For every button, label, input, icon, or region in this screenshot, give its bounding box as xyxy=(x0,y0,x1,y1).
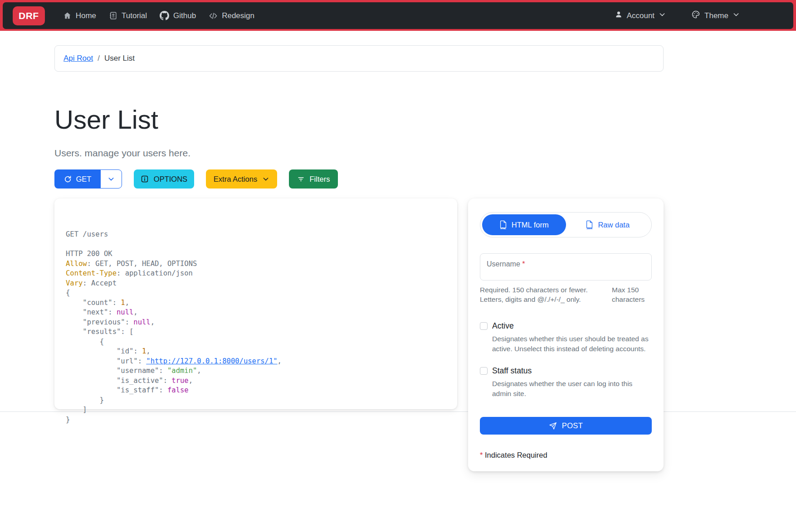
required-asterisk: * xyxy=(522,260,525,268)
form-tabs: HTML HTML form JSON Raw data xyxy=(480,212,652,237)
navbar: DRF Home Tutorial Github xyxy=(0,0,796,31)
code-token: "is_staff": xyxy=(66,386,167,394)
code-token: false xyxy=(167,386,189,394)
code-line: "results": [ xyxy=(66,327,446,337)
nav-item-github[interactable]: Github xyxy=(160,11,196,20)
chevron-down-icon xyxy=(262,175,269,183)
html-file-icon: HTML xyxy=(499,220,507,230)
code-token: "is_active": xyxy=(66,377,171,385)
code-token: "count": xyxy=(66,299,121,307)
code-token: : Accept xyxy=(83,279,117,287)
get-split-button: GET xyxy=(54,169,122,189)
code-line: { xyxy=(66,288,446,298)
breadcrumb-separator: / xyxy=(98,54,100,63)
code-line: "username": "admin", xyxy=(66,366,446,376)
breadcrumb-current: User List xyxy=(104,54,135,63)
code-token: , xyxy=(189,377,193,385)
code-token: Content-Type xyxy=(66,269,117,277)
nav-item-label: Github xyxy=(173,11,196,20)
active-help-text: Designates whether this user should be t… xyxy=(492,334,652,353)
code-line: } xyxy=(66,396,446,406)
filters-button[interactable]: Filters xyxy=(289,169,338,189)
code-line: ] xyxy=(66,405,446,415)
code-line: { xyxy=(66,337,446,347)
username-input[interactable]: Username * xyxy=(480,253,652,281)
tab-html-form[interactable]: HTML HTML form xyxy=(482,214,566,235)
code-line: Vary: Accept xyxy=(66,279,446,289)
code-token: 1 xyxy=(121,299,125,307)
staff-status-label: Staff status xyxy=(492,366,532,376)
code-token: , xyxy=(125,299,129,307)
theme-label: Theme xyxy=(704,11,728,20)
code-token: "username": xyxy=(66,367,167,375)
username-label: Username * xyxy=(487,260,525,268)
content-row: GET /users HTTP 200 OKAllow: GET, POST, … xyxy=(54,198,796,471)
post-button-label: POST xyxy=(562,421,583,430)
json-file-icon: JSON xyxy=(586,220,593,230)
options-button-label: OPTIONS xyxy=(154,175,187,184)
svg-text:JSON: JSON xyxy=(587,227,592,230)
staff-status-field: Staff status Designates whether the user… xyxy=(480,366,652,398)
chevron-down-icon xyxy=(733,11,740,20)
tab-html-form-label: HTML form xyxy=(512,221,549,229)
github-icon xyxy=(160,11,169,20)
code-line: Allow: GET, POST, HEAD, OPTIONS xyxy=(66,259,446,269)
svg-text:HTML: HTML xyxy=(500,227,506,230)
code-line: HTTP 200 OK xyxy=(66,249,446,259)
toolbar: GET OPTIONS Extra Actions Filters xyxy=(54,169,796,189)
nav-item-tutorial[interactable]: Tutorial xyxy=(109,11,147,20)
nav-item-home[interactable]: Home xyxy=(63,11,96,20)
code-line: "previous": null, xyxy=(66,318,446,328)
post-button[interactable]: POST xyxy=(480,417,652,435)
code-token: true xyxy=(171,377,188,385)
code-line: Content-Type: application/json xyxy=(66,269,446,279)
active-field: Active Designates whether this user shou… xyxy=(480,321,652,353)
staff-status-help-text: Designates whether the user can log into… xyxy=(492,379,652,398)
code-token: , xyxy=(278,357,282,365)
nav-item-label: Tutorial xyxy=(122,11,147,20)
code-line: } xyxy=(66,415,446,425)
info-square-icon xyxy=(141,175,149,183)
account-label: Account xyxy=(627,11,654,20)
get-button[interactable]: GET xyxy=(54,169,101,189)
staff-status-checkbox[interactable] xyxy=(480,367,488,375)
code-token: { xyxy=(66,289,70,297)
code-line: "is_staff": false xyxy=(66,386,446,396)
breadcrumb-api-root-link[interactable]: Api Root xyxy=(63,54,93,63)
username-help-text: Required. 150 characters or fewer. Lette… xyxy=(480,285,608,304)
form-panel: HTML HTML form JSON Raw data Username * … xyxy=(468,198,664,471)
page-subtitle: Users. manage your users here. xyxy=(54,148,796,159)
chevron-down-icon xyxy=(659,11,666,20)
code-line: "id": 1, xyxy=(66,347,446,357)
extra-actions-button[interactable]: Extra Actions xyxy=(206,169,277,189)
breadcrumb: Api Root / User List xyxy=(54,45,664,72)
tab-raw-data[interactable]: JSON Raw data xyxy=(566,214,650,235)
code-line: GET /users xyxy=(66,230,446,240)
code-token: { xyxy=(66,338,104,346)
theme-menu[interactable]: Theme xyxy=(691,10,740,21)
code-token: } xyxy=(66,416,70,424)
navbar-inner: DRF Home Tutorial Github xyxy=(3,2,793,29)
code-token: : application/json xyxy=(117,269,193,277)
code-token: "previous": xyxy=(66,318,133,326)
palette-icon xyxy=(691,10,700,21)
response-panel: GET /users HTTP 200 OKAllow: GET, POST, … xyxy=(54,198,457,409)
page-title: User List xyxy=(54,105,796,134)
nav-item-redesign[interactable]: Redesign xyxy=(209,11,254,20)
required-asterisk: * xyxy=(480,451,483,459)
code-token: } xyxy=(66,396,104,404)
active-checkbox[interactable] xyxy=(480,322,488,330)
nav-links: Home Tutorial Github Redesign xyxy=(63,11,254,20)
username-max-note: Max 150 characters xyxy=(612,285,652,304)
code-token: "next": xyxy=(66,308,117,316)
nav-item-label: Redesign xyxy=(222,11,254,20)
filters-button-label: Filters xyxy=(310,175,330,184)
drf-logo[interactable]: DRF xyxy=(13,6,45,25)
get-dropdown-toggle[interactable] xyxy=(100,169,122,189)
account-menu[interactable]: Account xyxy=(615,10,666,21)
options-button[interactable]: OPTIONS xyxy=(134,169,194,189)
response-url-link[interactable]: "http://127.0.0.1:8000/users/1" xyxy=(146,357,277,365)
nav-right: Account Theme xyxy=(615,10,740,21)
code-token: Vary xyxy=(66,279,83,287)
code-token: 1 xyxy=(142,347,146,355)
